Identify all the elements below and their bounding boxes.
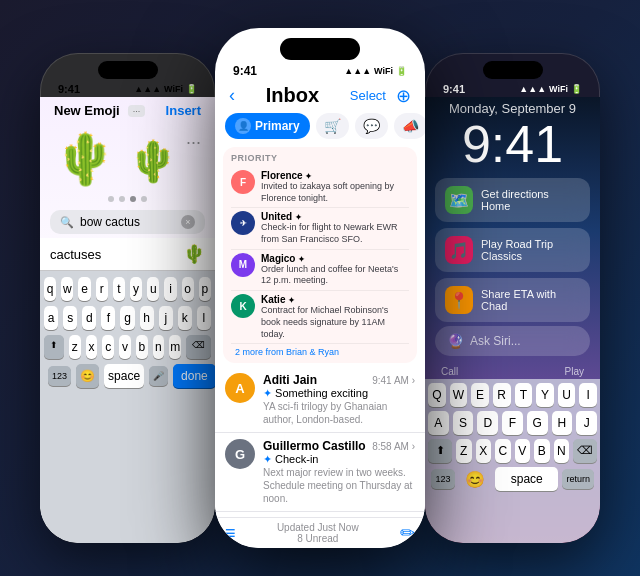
key-m[interactable]: m bbox=[169, 335, 181, 359]
rk-r[interactable]: R bbox=[493, 383, 511, 407]
key-u[interactable]: u bbox=[147, 277, 159, 301]
rk-emoji-key[interactable]: 😊 bbox=[459, 468, 491, 491]
rk-c[interactable]: C bbox=[495, 439, 511, 463]
rk-x[interactable]: X bbox=[476, 439, 492, 463]
rk-n[interactable]: N bbox=[554, 439, 570, 463]
email-aditi[interactable]: A Aditi Jain 9:41 AM › ✦ Something excit… bbox=[215, 367, 425, 433]
more-from-label[interactable]: 2 more from Brian & Ryan bbox=[231, 344, 409, 357]
key-w[interactable]: w bbox=[61, 277, 73, 301]
key-q[interactable]: q bbox=[44, 277, 56, 301]
insert-button[interactable]: Insert bbox=[166, 103, 201, 118]
key-x[interactable]: x bbox=[86, 335, 98, 359]
key-a[interactable]: a bbox=[44, 306, 58, 330]
emoji-cactus-1[interactable]: 🌵 bbox=[54, 130, 116, 188]
priority-email-magico[interactable]: M Magico ✦ Order lunch and coffee for Ne… bbox=[231, 250, 409, 291]
suggestion-row[interactable]: cactuses 🌵 bbox=[40, 238, 215, 271]
rk-shift[interactable]: ⬆ bbox=[428, 439, 452, 463]
compose-button[interactable]: ✏ bbox=[400, 522, 415, 544]
rk-u[interactable]: U bbox=[558, 383, 576, 407]
siri-suggestion-eta[interactable]: 📍 Share ETA with Chad bbox=[435, 278, 590, 322]
key-l[interactable]: l bbox=[197, 306, 211, 330]
emoji-cactus-2[interactable]: 🌵 bbox=[128, 138, 178, 188]
rk-j[interactable]: J bbox=[576, 411, 597, 435]
key-p[interactable]: p bbox=[199, 277, 211, 301]
lock-action-row: Call Play bbox=[425, 360, 600, 379]
rk-g[interactable]: G bbox=[527, 411, 548, 435]
rk-y[interactable]: Y bbox=[536, 383, 554, 407]
search-bar-emoji[interactable]: 🔍 bow cactus × bbox=[50, 210, 205, 234]
siri-suggestion-directions[interactable]: 🗺️ Get directions Home bbox=[435, 178, 590, 222]
key-j[interactable]: j bbox=[159, 306, 173, 330]
avatar-florence: F bbox=[231, 170, 255, 194]
tab-promotions[interactable]: 📣 bbox=[394, 113, 425, 139]
key-f[interactable]: f bbox=[101, 306, 115, 330]
rk-delete[interactable]: ⌫ bbox=[573, 439, 597, 463]
rk-z[interactable]: Z bbox=[456, 439, 472, 463]
back-button[interactable]: ‹ bbox=[229, 85, 235, 106]
key-z[interactable]: z bbox=[69, 335, 81, 359]
tab-social[interactable]: 💬 bbox=[355, 113, 388, 139]
key-n[interactable]: n bbox=[153, 335, 165, 359]
key-k[interactable]: k bbox=[178, 306, 192, 330]
key-d[interactable]: d bbox=[82, 306, 96, 330]
rk-w[interactable]: W bbox=[450, 383, 468, 407]
wifi-center: WiFi bbox=[374, 66, 393, 76]
rk-num[interactable]: 123 bbox=[431, 469, 455, 489]
inbox-bottom: ≡ Updated Just Now 8 Unread ✏ bbox=[215, 517, 425, 548]
kb-row-2: a s d f g h j k l bbox=[44, 306, 211, 330]
key-123[interactable]: 123 bbox=[48, 366, 71, 386]
key-h[interactable]: h bbox=[140, 306, 154, 330]
rk-e[interactable]: E bbox=[471, 383, 489, 407]
priority-email-united[interactable]: ✈ United ✦ Check-in for flight to Newark… bbox=[231, 208, 409, 249]
siri-suggestion-music[interactable]: 🎵 Play Road Trip Classics bbox=[435, 228, 590, 272]
tab-primary[interactable]: 👤 Primary bbox=[225, 113, 310, 139]
search-input-text[interactable]: bow cactus bbox=[80, 215, 175, 229]
key-t[interactable]: t bbox=[113, 277, 125, 301]
rk-t[interactable]: T bbox=[515, 383, 533, 407]
rk-space[interactable]: space bbox=[495, 467, 558, 491]
clear-button[interactable]: × bbox=[181, 215, 195, 229]
key-g[interactable]: g bbox=[120, 306, 134, 330]
rk-return[interactable]: return bbox=[562, 469, 594, 489]
keyboard-left: q w e r t y u i o p a s d f g h j k l bbox=[40, 271, 215, 543]
key-delete[interactable]: ⌫ bbox=[186, 335, 211, 359]
suggestion-emoji[interactable]: 🌵 bbox=[183, 243, 205, 265]
key-o[interactable]: o bbox=[182, 277, 194, 301]
rk-a[interactable]: A bbox=[428, 411, 449, 435]
rk-i[interactable]: I bbox=[579, 383, 597, 407]
select-button[interactable]: Select bbox=[350, 88, 386, 103]
email-body-united: United ✦ Check-in for flight to Newark E… bbox=[261, 211, 409, 245]
key-space[interactable]: space bbox=[104, 364, 144, 388]
key-y[interactable]: y bbox=[130, 277, 142, 301]
rk-f[interactable]: F bbox=[502, 411, 523, 435]
rk-v[interactable]: V bbox=[515, 439, 531, 463]
key-s[interactable]: s bbox=[63, 306, 77, 330]
email-guillermo[interactable]: G Guillermo Castillo 8:58 AM › ✦ Check-i… bbox=[215, 433, 425, 512]
rk-d[interactable]: D bbox=[477, 411, 498, 435]
emoji-more-icon[interactable]: ··· bbox=[186, 132, 201, 153]
rk-s[interactable]: S bbox=[453, 411, 474, 435]
key-mic[interactable]: 🎤 bbox=[149, 366, 168, 386]
key-shift[interactable]: ⬆ bbox=[44, 335, 64, 359]
key-c[interactable]: c bbox=[102, 335, 114, 359]
key-i[interactable]: i bbox=[164, 277, 176, 301]
more-button[interactable]: ⊕ bbox=[396, 85, 411, 107]
music-icon: 🎵 bbox=[445, 236, 473, 264]
siri-input-bar[interactable]: 🔮 Ask Siri... bbox=[435, 326, 590, 356]
rk-h[interactable]: H bbox=[552, 411, 573, 435]
key-emoji[interactable]: 😊 bbox=[76, 364, 99, 388]
key-r[interactable]: r bbox=[96, 277, 108, 301]
time-right: 9:41 bbox=[443, 83, 465, 95]
filter-button[interactable]: ≡ bbox=[225, 523, 236, 544]
priority-email-katie[interactable]: K Katie ✦ Contract for Michael Robinson'… bbox=[231, 291, 409, 344]
key-done[interactable]: done bbox=[173, 364, 215, 388]
rk-q[interactable]: Q bbox=[428, 383, 446, 407]
signal-center: ▲▲▲ bbox=[344, 66, 371, 76]
sender-katie: Katie ✦ bbox=[261, 294, 409, 305]
key-e[interactable]: e bbox=[78, 277, 90, 301]
tab-shopping[interactable]: 🛒 bbox=[316, 113, 349, 139]
rk-b[interactable]: B bbox=[534, 439, 550, 463]
key-v[interactable]: v bbox=[119, 335, 131, 359]
priority-email-florence[interactable]: F Florence ✦ Invited to izakaya soft ope… bbox=[231, 167, 409, 208]
key-b[interactable]: b bbox=[136, 335, 148, 359]
